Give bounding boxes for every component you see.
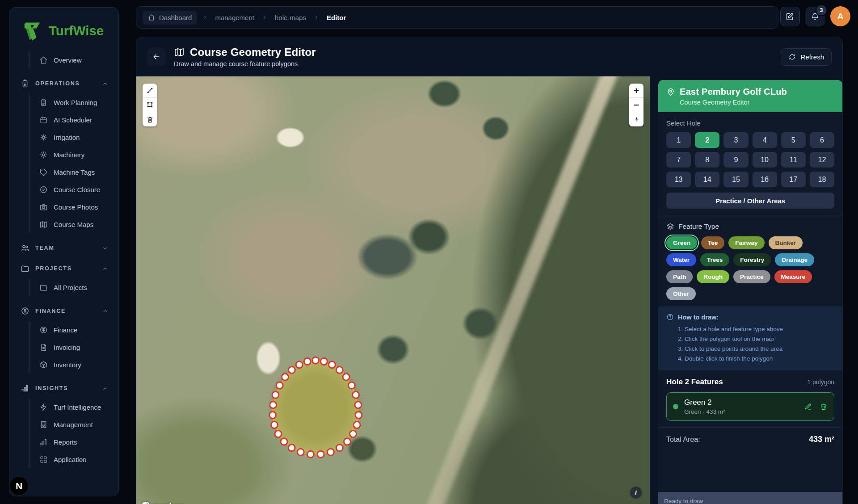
sidebar-item-label: AI Scheduler <box>54 116 92 124</box>
feature-type-fairway[interactable]: Fairway <box>728 236 764 249</box>
sidebar-item-machinery[interactable]: Machinery <box>29 146 113 164</box>
hole-button-10[interactable]: 10 <box>753 152 777 168</box>
sidebar-section-team[interactable]: TEAM <box>15 238 113 258</box>
breadcrumb-management[interactable]: management <box>212 12 257 23</box>
turfwise-logo-icon <box>21 19 44 42</box>
zoom-out-button[interactable]: − <box>629 98 644 112</box>
feature-type-tee[interactable]: Tee <box>701 236 724 249</box>
feature-type-green[interactable]: Green <box>666 236 697 249</box>
sidebar-item-reports[interactable]: Reports <box>29 433 113 451</box>
hole-button-4[interactable]: 4 <box>753 132 777 148</box>
refresh-button[interactable]: Refresh <box>781 48 832 66</box>
sidebar-item-turf-intelligence[interactable]: Turf Intelligence <box>29 399 113 416</box>
hole-button-15[interactable]: 15 <box>723 172 748 187</box>
feature-type-water[interactable]: Water <box>666 253 696 266</box>
hole-button-18[interactable]: 18 <box>810 172 834 187</box>
brand-logo[interactable]: TurfWise <box>15 8 113 51</box>
feature-type-other[interactable]: Other <box>666 287 696 300</box>
hole-button-17[interactable]: 17 <box>781 172 806 187</box>
feature-type-path[interactable]: Path <box>666 270 693 283</box>
chevron-right-icon <box>202 14 208 21</box>
dollar-icon <box>21 307 29 315</box>
sidebar-item-machine-tags[interactable]: Machine Tags <box>29 164 113 181</box>
how-to-step: 4. Double-click to finish the polygon <box>678 354 834 364</box>
feature-type-rough[interactable]: Rough <box>697 270 729 283</box>
sidebar-section-finance[interactable]: FINANCE <box>15 301 113 321</box>
sidebar-section-projects[interactable]: PROJECTS <box>15 258 113 279</box>
hole-button-14[interactable]: 14 <box>695 172 719 187</box>
line-tool-button[interactable] <box>143 84 157 98</box>
mapbox-logo[interactable]: mapbox <box>141 501 183 504</box>
sidebar-section-operations[interactable]: OPERATIONS <box>15 73 113 94</box>
delete-tool-button[interactable] <box>143 112 157 126</box>
sidebar-item-application[interactable]: Application <box>29 451 113 468</box>
hole-button-7[interactable]: 7 <box>666 152 691 168</box>
sidebar-item-course-photos[interactable]: Course Photos <box>29 198 113 216</box>
back-button[interactable] <box>147 47 166 66</box>
section-label: FINANCE <box>35 308 66 314</box>
hole-button-8[interactable]: 8 <box>695 152 719 168</box>
hole-button-5[interactable]: 5 <box>781 132 806 148</box>
section-label: OPERATIONS <box>35 80 80 87</box>
feature-type-bunker[interactable]: Bunker <box>769 236 803 249</box>
sidebar-item-ai-scheduler[interactable]: AI Scheduler <box>29 111 113 129</box>
feature-type-drainage[interactable]: Drainage <box>775 253 814 266</box>
avatar[interactable]: A <box>830 6 850 26</box>
breadcrumb-hole-maps[interactable]: hole-maps <box>272 12 309 23</box>
feature-type-trees[interactable]: Trees <box>700 253 729 266</box>
folder-icon <box>21 264 29 273</box>
delete-feature-icon[interactable] <box>820 403 828 411</box>
sidebar-item-work-planning[interactable]: Work Planning <box>29 94 113 111</box>
sidebar-item-invoicing[interactable]: Invoicing <box>29 339 113 356</box>
polygon-tool-button[interactable] <box>143 98 157 112</box>
practice-other-areas-button[interactable]: Practice / Other Areas <box>666 193 834 209</box>
home-icon <box>39 56 48 64</box>
compose-button[interactable] <box>780 7 800 26</box>
operations-items: Work Planning AI Scheduler Irrigation Ma… <box>29 94 113 233</box>
breadcrumb-editor: Editor <box>324 12 349 23</box>
hole-button-11[interactable]: 11 <box>781 152 806 168</box>
map-canvas[interactable]: + − mapbox i <box>136 76 650 504</box>
sidebar-section-insights[interactable]: INSIGHTS <box>15 378 113 399</box>
feature-type-section: Feature Type Green Tee Fairway Bunker Wa… <box>658 215 842 307</box>
breadcrumb-dashboard[interactable]: Dashboard <box>143 11 197 25</box>
hole-button-9[interactable]: 9 <box>723 152 748 168</box>
chevron-right-icon <box>313 14 320 21</box>
compass-button[interactable] <box>629 112 644 126</box>
sidebar-item-overview[interactable]: Overview <box>29 51 113 69</box>
map-info-button[interactable]: i <box>630 487 642 498</box>
hole-button-13[interactable]: 13 <box>666 172 691 187</box>
edit-feature-icon[interactable] <box>804 403 812 411</box>
sidebar-item-management[interactable]: Management <box>29 416 113 433</box>
check-circle-icon <box>39 185 48 194</box>
hole-button-3[interactable]: 3 <box>723 132 748 148</box>
zoom-in-button[interactable]: + <box>629 84 644 98</box>
sidebar-item-all-projects[interactable]: All Projects <box>29 279 113 296</box>
dev-tools-badge[interactable]: N <box>9 476 29 496</box>
features-count: 1 polygon <box>807 378 834 386</box>
hole-button-16[interactable]: 16 <box>753 172 777 187</box>
feature-type-measure[interactable]: Measure <box>774 270 812 283</box>
map-icon <box>174 47 185 58</box>
sidebar-scrolled-group: Overview <box>29 51 113 69</box>
sidebar-item-inventory[interactable]: Inventory <box>29 356 113 374</box>
hole-button-2[interactable]: 2 <box>695 132 719 148</box>
sidebar-item-label: Invoicing <box>54 344 80 351</box>
status-text: Ready to draw <box>664 498 703 504</box>
feature-type-forestry[interactable]: Forestry <box>733 253 771 266</box>
notifications-button[interactable]: 3 <box>805 7 825 26</box>
sidebar-item-course-maps[interactable]: Course Maps <box>29 216 113 233</box>
projects-items: All Projects <box>29 279 113 296</box>
hole-button-12[interactable]: 12 <box>810 152 834 168</box>
hole-button-6[interactable]: 6 <box>810 132 834 148</box>
sidebar-item-irrigation[interactable]: Irrigation <box>29 129 113 146</box>
sidebar-item-course-closure[interactable]: Course Closure <box>29 181 113 198</box>
file-icon <box>39 343 48 352</box>
hole-button-1[interactable]: 1 <box>666 132 691 148</box>
feature-type-label: Feature Type <box>678 223 719 231</box>
feature-type-practice[interactable]: Practice <box>733 270 770 283</box>
sidebar-item-finance[interactable]: Finance <box>29 321 113 339</box>
how-to-step: 3. Click to place points around the area <box>678 344 834 354</box>
feature-row-green-2[interactable]: Green 2 Green · 433 m² <box>666 392 834 421</box>
drawn-polygon[interactable] <box>136 76 650 504</box>
